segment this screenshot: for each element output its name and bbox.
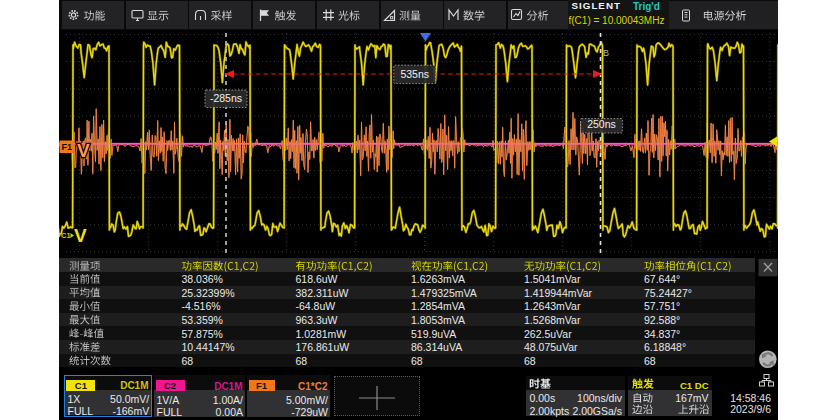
svg-text:V: V [74, 225, 87, 246]
svg-text:535ns: 535ns [400, 68, 429, 80]
svg-text:B: B [603, 48, 609, 58]
svg-text:F1: F1 [62, 142, 73, 152]
svg-text:V: V [77, 140, 90, 161]
svg-text:250ns: 250ns [587, 118, 616, 130]
svg-text:-285ns: -285ns [210, 92, 242, 104]
svg-text:C1: C1 [61, 231, 71, 240]
